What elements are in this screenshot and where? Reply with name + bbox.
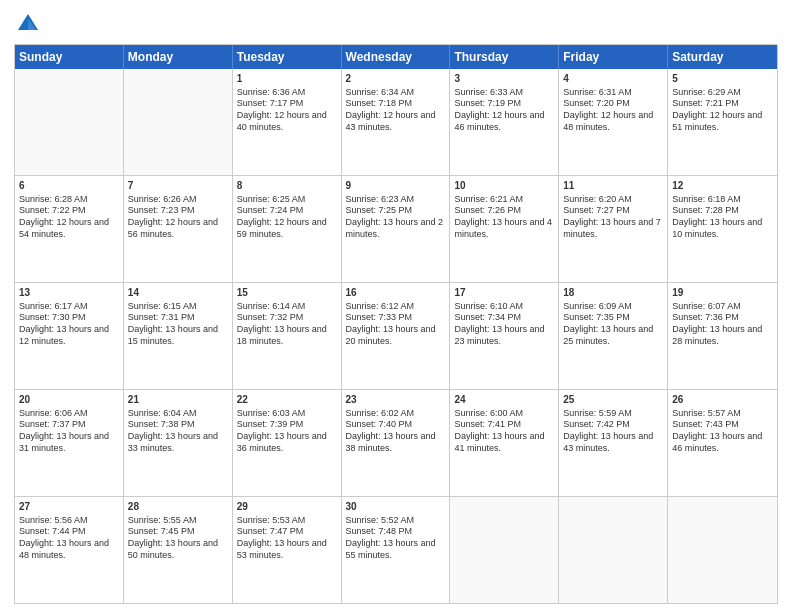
calendar-body: 1Sunrise: 6:36 AM Sunset: 7:17 PM Daylig… (15, 69, 777, 603)
calendar-row-3: 13Sunrise: 6:17 AM Sunset: 7:30 PM Dayli… (15, 282, 777, 389)
day-info: Sunrise: 6:33 AM Sunset: 7:19 PM Dayligh… (454, 87, 554, 134)
day-number: 14 (128, 286, 228, 300)
day-number: 18 (563, 286, 663, 300)
day-info: Sunrise: 6:31 AM Sunset: 7:20 PM Dayligh… (563, 87, 663, 134)
weekday-header-saturday: Saturday (668, 45, 777, 69)
day-cell-30: 30Sunrise: 5:52 AM Sunset: 7:48 PM Dayli… (342, 497, 451, 603)
calendar-header: SundayMondayTuesdayWednesdayThursdayFrid… (15, 45, 777, 69)
day-info: Sunrise: 6:15 AM Sunset: 7:31 PM Dayligh… (128, 301, 228, 348)
day-info: Sunrise: 5:53 AM Sunset: 7:47 PM Dayligh… (237, 515, 337, 562)
day-cell-21: 21Sunrise: 6:04 AM Sunset: 7:38 PM Dayli… (124, 390, 233, 496)
calendar-row-5: 27Sunrise: 5:56 AM Sunset: 7:44 PM Dayli… (15, 496, 777, 603)
day-info: Sunrise: 6:02 AM Sunset: 7:40 PM Dayligh… (346, 408, 446, 455)
logo-icon (14, 10, 42, 38)
day-info: Sunrise: 6:14 AM Sunset: 7:32 PM Dayligh… (237, 301, 337, 348)
day-number: 2 (346, 72, 446, 86)
day-cell-28: 28Sunrise: 5:55 AM Sunset: 7:45 PM Dayli… (124, 497, 233, 603)
day-number: 16 (346, 286, 446, 300)
day-info: Sunrise: 5:59 AM Sunset: 7:42 PM Dayligh… (563, 408, 663, 455)
day-number: 20 (19, 393, 119, 407)
day-info: Sunrise: 6:36 AM Sunset: 7:17 PM Dayligh… (237, 87, 337, 134)
day-cell-18: 18Sunrise: 6:09 AM Sunset: 7:35 PM Dayli… (559, 283, 668, 389)
day-number: 21 (128, 393, 228, 407)
day-info: Sunrise: 6:10 AM Sunset: 7:34 PM Dayligh… (454, 301, 554, 348)
day-number: 3 (454, 72, 554, 86)
day-number: 17 (454, 286, 554, 300)
day-info: Sunrise: 6:09 AM Sunset: 7:35 PM Dayligh… (563, 301, 663, 348)
day-number: 7 (128, 179, 228, 193)
day-info: Sunrise: 6:03 AM Sunset: 7:39 PM Dayligh… (237, 408, 337, 455)
day-info: Sunrise: 6:23 AM Sunset: 7:25 PM Dayligh… (346, 194, 446, 241)
day-cell-19: 19Sunrise: 6:07 AM Sunset: 7:36 PM Dayli… (668, 283, 777, 389)
day-info: Sunrise: 6:21 AM Sunset: 7:26 PM Dayligh… (454, 194, 554, 241)
day-cell-11: 11Sunrise: 6:20 AM Sunset: 7:27 PM Dayli… (559, 176, 668, 282)
day-cell-7: 7Sunrise: 6:26 AM Sunset: 7:23 PM Daylig… (124, 176, 233, 282)
day-number: 9 (346, 179, 446, 193)
day-cell-16: 16Sunrise: 6:12 AM Sunset: 7:33 PM Dayli… (342, 283, 451, 389)
empty-cell (668, 497, 777, 603)
day-info: Sunrise: 6:20 AM Sunset: 7:27 PM Dayligh… (563, 194, 663, 241)
day-info: Sunrise: 6:29 AM Sunset: 7:21 PM Dayligh… (672, 87, 773, 134)
calendar-row-1: 1Sunrise: 6:36 AM Sunset: 7:17 PM Daylig… (15, 69, 777, 175)
day-info: Sunrise: 6:12 AM Sunset: 7:33 PM Dayligh… (346, 301, 446, 348)
day-cell-29: 29Sunrise: 5:53 AM Sunset: 7:47 PM Dayli… (233, 497, 342, 603)
weekday-header-sunday: Sunday (15, 45, 124, 69)
day-number: 28 (128, 500, 228, 514)
day-number: 27 (19, 500, 119, 514)
empty-cell (15, 69, 124, 175)
day-cell-5: 5Sunrise: 6:29 AM Sunset: 7:21 PM Daylig… (668, 69, 777, 175)
empty-cell (124, 69, 233, 175)
day-info: Sunrise: 6:07 AM Sunset: 7:36 PM Dayligh… (672, 301, 773, 348)
page: SundayMondayTuesdayWednesdayThursdayFrid… (0, 0, 792, 612)
weekday-header-monday: Monday (124, 45, 233, 69)
day-cell-13: 13Sunrise: 6:17 AM Sunset: 7:30 PM Dayli… (15, 283, 124, 389)
day-cell-17: 17Sunrise: 6:10 AM Sunset: 7:34 PM Dayli… (450, 283, 559, 389)
empty-cell (559, 497, 668, 603)
day-number: 30 (346, 500, 446, 514)
day-number: 22 (237, 393, 337, 407)
day-cell-15: 15Sunrise: 6:14 AM Sunset: 7:32 PM Dayli… (233, 283, 342, 389)
day-number: 13 (19, 286, 119, 300)
day-number: 4 (563, 72, 663, 86)
day-number: 11 (563, 179, 663, 193)
day-info: Sunrise: 6:17 AM Sunset: 7:30 PM Dayligh… (19, 301, 119, 348)
day-info: Sunrise: 6:18 AM Sunset: 7:28 PM Dayligh… (672, 194, 773, 241)
day-cell-10: 10Sunrise: 6:21 AM Sunset: 7:26 PM Dayli… (450, 176, 559, 282)
day-cell-12: 12Sunrise: 6:18 AM Sunset: 7:28 PM Dayli… (668, 176, 777, 282)
day-number: 15 (237, 286, 337, 300)
day-number: 24 (454, 393, 554, 407)
day-cell-26: 26Sunrise: 5:57 AM Sunset: 7:43 PM Dayli… (668, 390, 777, 496)
day-info: Sunrise: 6:25 AM Sunset: 7:24 PM Dayligh… (237, 194, 337, 241)
day-info: Sunrise: 5:55 AM Sunset: 7:45 PM Dayligh… (128, 515, 228, 562)
day-number: 6 (19, 179, 119, 193)
day-cell-24: 24Sunrise: 6:00 AM Sunset: 7:41 PM Dayli… (450, 390, 559, 496)
day-cell-1: 1Sunrise: 6:36 AM Sunset: 7:17 PM Daylig… (233, 69, 342, 175)
calendar: SundayMondayTuesdayWednesdayThursdayFrid… (14, 44, 778, 604)
day-number: 26 (672, 393, 773, 407)
day-info: Sunrise: 5:52 AM Sunset: 7:48 PM Dayligh… (346, 515, 446, 562)
day-number: 23 (346, 393, 446, 407)
day-info: Sunrise: 5:57 AM Sunset: 7:43 PM Dayligh… (672, 408, 773, 455)
weekday-header-wednesday: Wednesday (342, 45, 451, 69)
day-cell-20: 20Sunrise: 6:06 AM Sunset: 7:37 PM Dayli… (15, 390, 124, 496)
weekday-header-thursday: Thursday (450, 45, 559, 69)
day-cell-14: 14Sunrise: 6:15 AM Sunset: 7:31 PM Dayli… (124, 283, 233, 389)
day-cell-25: 25Sunrise: 5:59 AM Sunset: 7:42 PM Dayli… (559, 390, 668, 496)
weekday-header-tuesday: Tuesday (233, 45, 342, 69)
day-info: Sunrise: 6:28 AM Sunset: 7:22 PM Dayligh… (19, 194, 119, 241)
day-info: Sunrise: 6:34 AM Sunset: 7:18 PM Dayligh… (346, 87, 446, 134)
day-number: 10 (454, 179, 554, 193)
day-number: 25 (563, 393, 663, 407)
day-number: 1 (237, 72, 337, 86)
day-cell-3: 3Sunrise: 6:33 AM Sunset: 7:19 PM Daylig… (450, 69, 559, 175)
logo (14, 10, 44, 38)
day-number: 8 (237, 179, 337, 193)
day-cell-22: 22Sunrise: 6:03 AM Sunset: 7:39 PM Dayli… (233, 390, 342, 496)
calendar-row-2: 6Sunrise: 6:28 AM Sunset: 7:22 PM Daylig… (15, 175, 777, 282)
empty-cell (450, 497, 559, 603)
day-info: Sunrise: 6:04 AM Sunset: 7:38 PM Dayligh… (128, 408, 228, 455)
day-cell-4: 4Sunrise: 6:31 AM Sunset: 7:20 PM Daylig… (559, 69, 668, 175)
day-cell-6: 6Sunrise: 6:28 AM Sunset: 7:22 PM Daylig… (15, 176, 124, 282)
day-cell-23: 23Sunrise: 6:02 AM Sunset: 7:40 PM Dayli… (342, 390, 451, 496)
day-info: Sunrise: 6:00 AM Sunset: 7:41 PM Dayligh… (454, 408, 554, 455)
